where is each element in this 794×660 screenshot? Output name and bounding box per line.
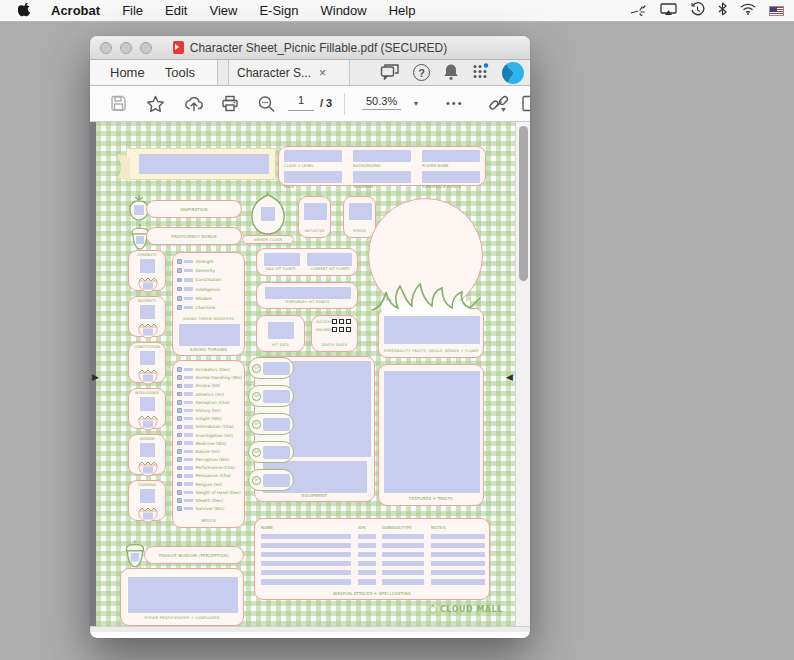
- overflow-menu-icon[interactable]: •••: [446, 97, 464, 109]
- skill-checkbox[interactable]: [177, 408, 182, 413]
- page-number-input[interactable]: 1: [288, 94, 314, 111]
- skill-modifier-field[interactable]: [184, 458, 193, 462]
- time-machine-icon[interactable]: [690, 2, 705, 20]
- menu-item[interactable]: E-Sign: [259, 3, 298, 18]
- equipment-field[interactable]: [289, 361, 371, 457]
- skill-modifier-field[interactable]: [184, 368, 193, 372]
- skill-modifier-field[interactable]: [184, 417, 193, 421]
- skill-modifier-field[interactable]: [184, 466, 193, 470]
- skill-checkbox[interactable]: [177, 384, 182, 389]
- left-pane-toggle-icon[interactable]: ▶: [92, 372, 99, 382]
- close-tab-icon[interactable]: ×: [319, 66, 326, 80]
- attack-bonus-field[interactable]: [358, 543, 376, 549]
- saving-throw-field[interactable]: [184, 260, 193, 264]
- skill-checkbox[interactable]: [177, 425, 182, 430]
- coin-field[interactable]: [263, 446, 290, 459]
- attack-damage-field[interactable]: [382, 552, 424, 558]
- skill-checkbox[interactable]: [177, 375, 182, 380]
- saving-throw-checkbox[interactable]: [177, 296, 182, 301]
- attack-notes-field[interactable]: [431, 561, 485, 567]
- skill-modifier-field[interactable]: [184, 433, 193, 437]
- saving-throws-field[interactable]: [179, 324, 240, 346]
- tab-home[interactable]: Home: [110, 65, 145, 80]
- document-tab[interactable]: Character S... ×: [228, 60, 350, 85]
- save-icon[interactable]: [110, 95, 127, 116]
- skill-checkbox[interactable]: [177, 506, 182, 511]
- header-field[interactable]: [422, 150, 480, 162]
- print-icon[interactable]: [221, 95, 239, 116]
- skill-checkbox[interactable]: [177, 416, 182, 421]
- skill-modifier-field[interactable]: [184, 474, 193, 478]
- minimize-window-button[interactable]: [120, 42, 132, 54]
- saving-throw-field[interactable]: [184, 306, 193, 310]
- skill-modifier-field[interactable]: [184, 499, 193, 503]
- zoom-window-button[interactable]: [140, 42, 152, 54]
- saving-throw-checkbox[interactable]: [177, 268, 182, 273]
- skill-checkbox[interactable]: [177, 498, 182, 503]
- skill-modifier-field[interactable]: [184, 507, 193, 511]
- saving-throw-field[interactable]: [184, 297, 193, 301]
- temp-hit-points-field[interactable]: [265, 287, 351, 299]
- attack-bonus-field[interactable]: [358, 579, 376, 585]
- attack-notes-field[interactable]: [431, 570, 485, 576]
- menu-item[interactable]: View: [209, 3, 237, 18]
- ability-score-field[interactable]: [140, 489, 155, 503]
- menu-item[interactable]: File: [122, 3, 143, 18]
- skill-modifier-field[interactable]: [184, 491, 193, 495]
- attack-damage-field[interactable]: [382, 579, 424, 585]
- inspiration-pill[interactable]: INSPIRATION: [146, 200, 242, 218]
- close-window-button[interactable]: [100, 42, 112, 54]
- skill-checkbox[interactable]: [177, 400, 182, 405]
- features-field[interactable]: [384, 371, 480, 493]
- coin-field[interactable]: [263, 362, 290, 375]
- attack-bonus-field[interactable]: [358, 534, 376, 540]
- saving-throw-field[interactable]: [184, 287, 193, 291]
- attack-name-field[interactable]: [261, 579, 351, 585]
- feedback-icon[interactable]: [380, 63, 400, 83]
- vertical-scrollbar[interactable]: [515, 122, 530, 626]
- skill-checkbox[interactable]: [177, 392, 182, 397]
- search-icon[interactable]: [257, 95, 276, 117]
- ability-score-field[interactable]: [140, 259, 155, 273]
- attack-name-field[interactable]: [261, 543, 351, 549]
- header-field[interactable]: [353, 150, 411, 162]
- menu-app-name[interactable]: Acrobat: [51, 3, 100, 18]
- header-field[interactable]: [422, 171, 480, 183]
- avatar[interactable]: [502, 62, 524, 84]
- skill-checkbox[interactable]: [177, 490, 182, 495]
- skill-checkbox[interactable]: [177, 449, 182, 454]
- max-hit-points-field[interactable]: [264, 253, 300, 266]
- saving-throw-checkbox[interactable]: [177, 259, 182, 264]
- attack-damage-field[interactable]: [382, 534, 424, 540]
- hit-dice-field[interactable]: [268, 322, 294, 339]
- attack-notes-field[interactable]: [431, 579, 485, 585]
- header-field[interactable]: [353, 171, 411, 183]
- saving-throw-checkbox[interactable]: [177, 305, 182, 310]
- character-name-field[interactable]: [139, 154, 269, 174]
- skill-checkbox[interactable]: [177, 367, 182, 372]
- zoom-level-value[interactable]: 50.3%: [362, 95, 401, 110]
- death-save-checkbox[interactable]: [332, 319, 337, 324]
- bell-icon[interactable]: [443, 63, 459, 83]
- skill-checkbox[interactable]: [177, 433, 182, 438]
- skill-modifier-field[interactable]: [184, 425, 193, 429]
- death-save-checkbox[interactable]: [332, 327, 337, 332]
- death-save-checkbox[interactable]: [346, 327, 351, 332]
- horizontal-scrollbar[interactable]: [90, 626, 530, 632]
- skill-modifier-field[interactable]: [184, 409, 193, 413]
- death-save-checkbox[interactable]: [339, 319, 344, 324]
- coin-field[interactable]: [263, 474, 290, 487]
- current-hit-points-field[interactable]: [307, 253, 352, 266]
- ability-score-field[interactable]: [140, 351, 155, 365]
- skill-modifier-field[interactable]: [184, 384, 193, 388]
- speed-field[interactable]: [349, 203, 372, 220]
- zoom-dropdown-caret[interactable]: ▾: [414, 99, 418, 108]
- attack-name-field[interactable]: [261, 561, 351, 567]
- header-field[interactable]: [284, 150, 342, 162]
- skill-modifier-field[interactable]: [184, 392, 193, 396]
- clipped-panel-icon[interactable]: [522, 95, 530, 116]
- saving-throw-field[interactable]: [184, 269, 193, 273]
- right-pane-toggle-icon[interactable]: ◀: [506, 372, 513, 382]
- attack-notes-field[interactable]: [431, 552, 485, 558]
- attack-bonus-field[interactable]: [358, 561, 376, 567]
